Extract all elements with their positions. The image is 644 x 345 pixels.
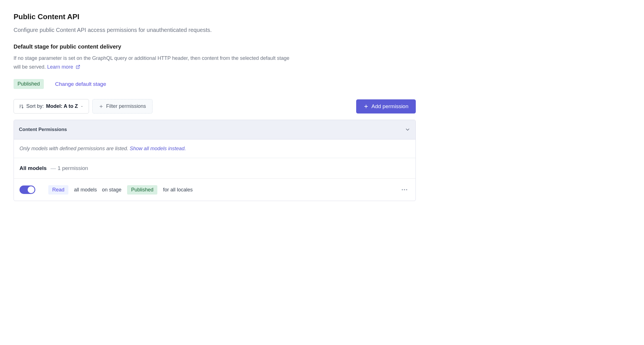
panel-summary: All models — 1 permission <box>14 158 415 179</box>
filter-label: Filter permissions <box>106 103 146 109</box>
sort-icon <box>19 104 24 109</box>
page-subtitle: Configure public Content API access perm… <box>14 27 416 33</box>
chevron-down-icon <box>405 127 410 132</box>
plus-icon <box>364 104 369 109</box>
permission-row: Read all models on stage Published for a… <box>14 179 415 201</box>
action-chip-read: Read <box>48 185 68 195</box>
perm-scope: all models <box>74 187 97 193</box>
stage-chip-published: Published <box>127 185 157 195</box>
more-actions-button[interactable] <box>399 184 410 195</box>
svg-point-9 <box>404 189 405 190</box>
sort-button[interactable]: Sort by: Model: A to Z <box>14 99 89 113</box>
show-all-models-link[interactable]: Show all models instead. <box>130 146 186 151</box>
summary-label: All models <box>19 165 47 171</box>
published-badge: Published <box>14 79 44 89</box>
panel-info: Only models with defined permissions are… <box>14 139 415 158</box>
sort-value: Model: A to Z <box>46 103 78 109</box>
learn-more-label: Learn more <box>47 64 73 70</box>
sort-prefix: Sort by: <box>26 103 44 109</box>
content-permissions-header[interactable]: Content Permissions <box>14 120 415 139</box>
content-permissions-panel: Content Permissions Only models with def… <box>14 120 416 201</box>
svg-line-0 <box>78 65 80 67</box>
add-permission-label: Add permission <box>371 103 408 110</box>
summary-count: 1 permission <box>58 165 88 171</box>
perm-stage-prefix: on stage <box>102 187 121 193</box>
change-default-stage-link[interactable]: Change default stage <box>55 81 106 87</box>
plus-icon <box>99 104 103 109</box>
page-title: Public Content API <box>14 12 416 21</box>
external-link-icon <box>76 65 80 69</box>
caret-down-icon <box>80 105 84 108</box>
default-stage-description: If no stage parameter is set on the Grap… <box>14 54 290 71</box>
svg-point-8 <box>402 189 403 190</box>
toggle-knob <box>28 186 34 193</box>
permission-toggle[interactable] <box>19 185 35 194</box>
svg-point-10 <box>406 189 407 190</box>
panel-title: Content Permissions <box>19 127 67 132</box>
toolbar: Sort by: Model: A to Z Filter permission… <box>14 99 416 113</box>
default-stage-row: Published Change default stage <box>14 79 416 89</box>
perm-locales: for all locales <box>163 187 193 193</box>
summary-dash: — <box>51 165 56 171</box>
filter-permissions-button[interactable]: Filter permissions <box>92 99 153 113</box>
default-stage-heading: Default stage for public content deliver… <box>14 43 416 50</box>
learn-more-link[interactable]: Learn more <box>47 64 80 70</box>
add-permission-button[interactable]: Add permission <box>356 99 416 113</box>
panel-info-text: Only models with defined permissions are… <box>19 146 130 151</box>
